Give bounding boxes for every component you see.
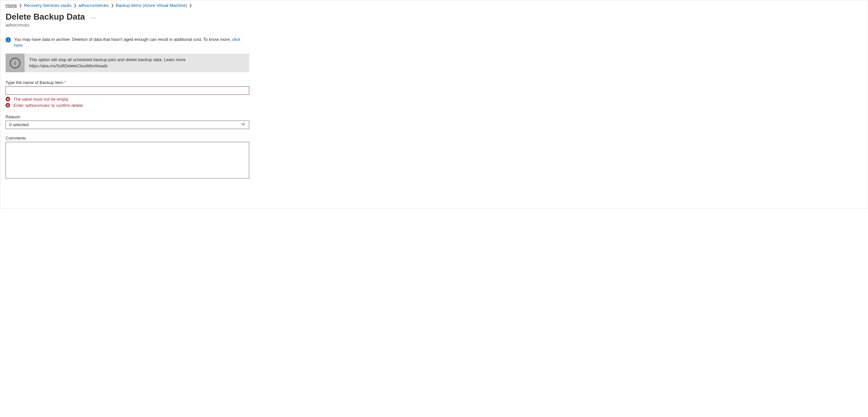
reason-value: 0 selected xyxy=(9,122,28,127)
backup-item-name-input[interactable] xyxy=(6,86,249,95)
stop-backup-banner: i This option will stop all scheduled ba… xyxy=(6,54,249,72)
page-title: Delete Backup Data xyxy=(6,12,85,22)
more-actions-icon[interactable]: ··· xyxy=(91,13,96,21)
reason-select[interactable]: 0 selected xyxy=(6,121,249,129)
reason-label: Reason xyxy=(6,115,249,119)
breadcrumb-vaults[interactable]: Recovery Services vaults xyxy=(24,3,72,8)
error-icon: ✕ xyxy=(6,97,10,101)
info-circle-icon: i xyxy=(10,58,20,68)
chevron-right-icon: ❯ xyxy=(19,3,22,7)
backup-item-name-label: Type the name of Backup Item * xyxy=(6,80,249,85)
stop-backup-text: This option will stop all scheduled back… xyxy=(25,54,190,72)
chevron-right-icon: ❯ xyxy=(189,3,192,7)
breadcrumb-home[interactable]: Home xyxy=(6,3,17,8)
error-icon: ✕ xyxy=(6,103,10,107)
comments-label: Comments xyxy=(6,136,249,140)
archive-info-text: You may have data in archive. Deletion o… xyxy=(14,37,249,49)
breadcrumb: Home ❯ Recovery Services vaults ❯ adhocr… xyxy=(6,3,862,8)
error-empty: ✕ The value must not be empty. xyxy=(6,97,249,102)
error-confirm: ✕ Enter 'adhocvmuks' to confirm delete. xyxy=(6,103,249,108)
chevron-right-icon: ❯ xyxy=(73,3,76,7)
archive-info-banner: i You may have data in archive. Deletion… xyxy=(6,37,249,49)
info-icon: i xyxy=(6,37,11,42)
chevron-right-icon: ❯ xyxy=(111,3,114,7)
info-icon-box: i xyxy=(6,54,25,72)
breadcrumb-runner[interactable]: adhocrunneruks xyxy=(79,3,109,8)
chevron-down-icon xyxy=(241,122,246,127)
breadcrumb-items[interactable]: Backup Items (Azure Virtual Machine) xyxy=(116,3,187,8)
page-subtitle: adhocvmuks xyxy=(6,23,862,27)
comments-textarea[interactable] xyxy=(6,142,249,179)
